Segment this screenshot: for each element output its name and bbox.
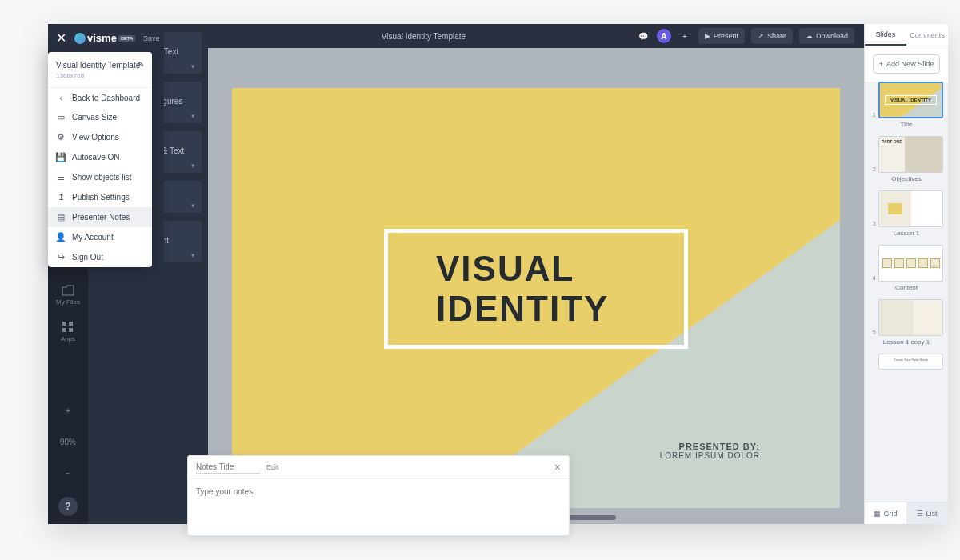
avatar[interactable]: A	[657, 29, 671, 43]
canvas-icon: ▭	[56, 112, 66, 122]
sidebar-apps[interactable]: Apps	[61, 322, 75, 342]
folder-icon	[62, 285, 74, 296]
menu-presenter-notes[interactable]: ▤Presenter Notes	[48, 207, 152, 227]
sidebar-my-files[interactable]: My Files	[56, 285, 80, 306]
publish-icon: ↥	[56, 192, 66, 202]
list-icon: ☰	[56, 172, 66, 182]
notes-title-input[interactable]	[196, 461, 260, 474]
zoom-level: 90%	[60, 434, 76, 450]
menu-view-options[interactable]: ⚙View Options	[48, 127, 152, 147]
add-slide-button[interactable]: +Add New Slide	[873, 54, 940, 74]
menu-back-dashboard[interactable]: ‹Back to Dashboard	[48, 88, 152, 107]
notes-edit-link[interactable]: Edit	[266, 463, 279, 471]
slide-canvas[interactable]: VISUAL IDENTITY PRESENTED BY: LOREM IPSU…	[232, 88, 840, 508]
logo-icon	[74, 33, 86, 44]
apps-icon	[62, 322, 74, 333]
chevron-down-icon: ▾	[191, 62, 195, 70]
document-title: Visual Identity Template	[218, 32, 630, 41]
right-panel: Slides Comments +Add New Slide 1VISUAL I…	[864, 24, 948, 524]
share-button[interactable]: ↗Share	[751, 28, 793, 44]
author-name: LOREM IPSUM DOLOR	[660, 451, 760, 460]
svg-rect-2	[62, 322, 66, 326]
grid-icon: ▦	[874, 510, 881, 518]
tab-comments[interactable]: Comments	[906, 24, 948, 46]
slide-thumbnail-2[interactable]: 2PART ONE Objectives	[870, 136, 943, 182]
comment-icon[interactable]: 💬	[636, 29, 650, 43]
menu-my-account[interactable]: 👤My Account	[48, 227, 152, 247]
chevron-down-icon: ▾	[191, 202, 195, 210]
slide-thumbnail-3[interactable]: 3 Lesson 1	[870, 190, 943, 237]
share-icon: ↗	[758, 32, 764, 40]
notes-textarea[interactable]	[196, 487, 561, 527]
presented-by-label: PRESENTED BY:	[660, 442, 760, 451]
chevron-down-icon: ▾	[191, 112, 195, 120]
chevron-down-icon: ▾	[191, 251, 195, 259]
slide-thumbnail-1[interactable]: 1VISUAL IDENTITY Title	[870, 82, 943, 128]
slide-thumbnail-6[interactable]: Create Your Style Guide	[870, 354, 943, 370]
menu-sign-out[interactable]: ↪Sign Out	[48, 247, 152, 267]
top-bar: Visual Identity Template 💬 A + ▶Present …	[208, 24, 864, 48]
grid-view-button[interactable]: ▦Grid	[865, 502, 906, 524]
present-button[interactable]: ▶Present	[698, 28, 745, 44]
svg-rect-4	[62, 328, 66, 332]
gear-icon: ⚙	[56, 132, 66, 142]
signout-icon: ↪	[56, 252, 66, 262]
menu-canvas-size[interactable]: ▭Canvas Size	[48, 107, 152, 127]
play-icon: ▶	[705, 32, 710, 40]
chevron-down-icon: ▾	[191, 162, 195, 170]
save-icon: 💾	[56, 152, 66, 162]
download-icon: ☁	[806, 32, 813, 40]
title-frame[interactable]: VISUAL IDENTITY	[384, 229, 688, 349]
help-button[interactable]: ?	[58, 497, 78, 516]
user-icon: 👤	[56, 232, 66, 242]
list-view-button[interactable]: ☰List	[906, 502, 948, 524]
edit-title-icon[interactable]: ✎	[138, 60, 144, 69]
right-tabs: Slides Comments	[865, 24, 948, 46]
svg-rect-5	[69, 328, 73, 332]
close-icon[interactable]: ×	[554, 461, 561, 474]
chevron-left-icon: ‹	[56, 93, 66, 102]
notes-icon: ▤	[56, 212, 66, 222]
project-info: Visual Identity Template 1366x768 ✎	[48, 52, 152, 88]
download-button[interactable]: ☁Download	[799, 28, 854, 44]
close-menu-icon[interactable]: ✕	[56, 30, 66, 46]
slides-list[interactable]: 1VISUAL IDENTITY Title 2PART ONE Objecti…	[865, 82, 948, 502]
presenter-notes-panel: Edit ×	[187, 455, 570, 536]
subtitle-block[interactable]: PRESENTED BY: LOREM IPSUM DOLOR	[660, 442, 760, 460]
app-window: My Files Apps + 90% − ? THeader & Text ▾…	[48, 24, 948, 524]
project-dimensions: 1366x768	[56, 72, 144, 79]
menu-dropdown: Visual Identity Template 1366x768 ✎ ‹Bac…	[48, 52, 152, 267]
slide-thumbnail-5[interactable]: 5 Lesson 1 copy 1	[870, 299, 943, 346]
slide-thumbnail-4[interactable]: 4 Content	[870, 245, 943, 291]
list-icon: ☰	[917, 510, 923, 518]
main-menu: ✕ visme BETA Save Visual Identity Templa…	[48, 24, 164, 267]
add-user-icon[interactable]: +	[678, 29, 692, 43]
menu-publish[interactable]: ↥Publish Settings	[48, 187, 152, 207]
view-toggle: ▦Grid ☰List	[865, 502, 948, 524]
menu-autosave[interactable]: 💾Autosave ON	[48, 147, 152, 167]
visme-logo: visme BETA	[74, 32, 135, 44]
plus-icon: +	[879, 60, 883, 68]
svg-rect-3	[69, 322, 73, 326]
tab-slides[interactable]: Slides	[865, 24, 906, 46]
save-link[interactable]: Save	[143, 34, 160, 42]
project-title: Visual Identity Template	[56, 60, 144, 70]
zoom-out[interactable]: −	[66, 466, 70, 481]
menu-objects-list[interactable]: ☰Show objects list	[48, 167, 152, 187]
zoom-in[interactable]: +	[66, 403, 70, 418]
slide-title[interactable]: VISUAL IDENTITY	[436, 249, 636, 329]
main-area: Visual Identity Template 💬 A + ▶Present …	[208, 24, 864, 524]
